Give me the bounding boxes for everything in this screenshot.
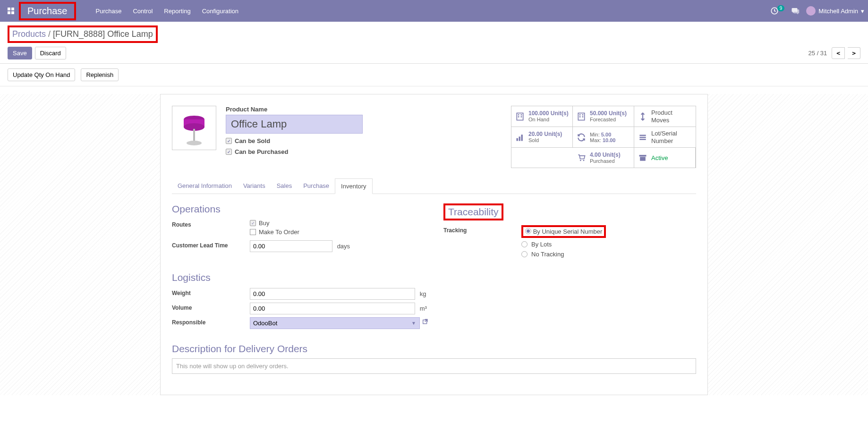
responsible-input[interactable] — [250, 317, 420, 329]
volume-input[interactable] — [250, 303, 415, 314]
can-be-purchased-label: Can be Purchased — [235, 148, 288, 155]
lead-time-label: Customer Lead Time — [172, 240, 250, 249]
svg-rect-21 — [519, 136, 520, 141]
stat-reorder-text: Min: 5.00 Max: 10.00 — [590, 132, 615, 143]
svg-rect-20 — [517, 138, 518, 141]
module-brand[interactable]: Purchase — [19, 2, 76, 20]
volume-unit: m³ — [420, 305, 427, 312]
weight-unit: kg — [420, 290, 426, 297]
stat-moves-button[interactable]: Product Moves — [634, 106, 696, 127]
weight-input[interactable] — [250, 288, 415, 300]
svg-rect-8 — [193, 129, 195, 141]
tracking-none-radio[interactable] — [521, 251, 528, 257]
stat-active-button[interactable]: Active — [634, 148, 696, 168]
breadcrumb-root[interactable]: Products — [12, 29, 46, 39]
stat-reorder-button[interactable]: Min: 5.00 Max: 10.00 — [573, 127, 634, 148]
svg-rect-22 — [521, 135, 523, 141]
tab-sales[interactable]: Sales — [271, 178, 298, 194]
archive-icon — [638, 153, 647, 162]
can-be-purchased-checkbox[interactable]: ✓ — [226, 149, 232, 155]
stat-sold-button[interactable]: 20.00 Unit(s)Sold — [511, 127, 573, 148]
building-icon — [515, 112, 525, 121]
tracking-label: Tracking — [443, 225, 521, 234]
bars-icon — [638, 133, 647, 142]
form-area: Product Name ✓ Can be Sold ✓ Can be Purc… — [0, 94, 868, 395]
external-link-icon[interactable] — [422, 319, 429, 328]
messages-icon[interactable] — [791, 7, 800, 15]
stat-onhand-button[interactable]: 100.000 Unit(s)On Hand — [511, 106, 573, 127]
can-be-sold-checkbox[interactable]: ✓ — [226, 138, 232, 144]
menu-configuration[interactable]: Configuration — [196, 8, 244, 15]
svg-rect-11 — [518, 114, 519, 116]
stat-forecast-button[interactable]: 50.000 Unit(s)Forecasted — [573, 106, 634, 127]
tracking-none-label: No Tracking — [531, 251, 564, 258]
svg-rect-12 — [521, 114, 522, 116]
svg-rect-3 — [11, 11, 14, 14]
save-button[interactable]: Save — [8, 47, 32, 59]
menu-purchase[interactable]: Purchase — [90, 8, 128, 15]
tracking-serial-label: By Unique Serial Number — [533, 228, 603, 235]
stat-active-label: Active — [651, 154, 668, 162]
action-button-bar: Update Qty On Hand Replenish — [0, 64, 868, 86]
route-mto-checkbox[interactable] — [250, 229, 256, 235]
svg-rect-15 — [578, 113, 584, 120]
arrows-v-icon — [638, 112, 647, 121]
stat-forecast-value: 50.000 Unit(s) — [590, 110, 627, 117]
breadcrumb: Products / [FURN_8888] Office Lamp — [8, 25, 158, 43]
pager-text[interactable]: 25 / 31 — [808, 50, 827, 57]
building-icon — [577, 112, 586, 121]
stat-lot-label: Lot/Serial Number — [651, 130, 692, 144]
tab-purchase[interactable]: Purchase — [298, 178, 335, 194]
main-menu: Purchase Control Reporting Configuration — [90, 8, 245, 15]
responsible-label: Responsible — [172, 317, 250, 326]
update-qty-button[interactable]: Update Qty On Hand — [8, 68, 75, 81]
operations-heading: Operations — [172, 203, 425, 215]
activities-badge: 9 — [777, 5, 785, 11]
replenish-button[interactable]: Replenish — [81, 68, 119, 81]
stat-buttons: 100.000 Unit(s)On Hand 50.000 Unit(s)For… — [511, 106, 696, 168]
user-menu[interactable]: Mitchell Admin ▾ — [806, 6, 864, 16]
svg-rect-17 — [582, 114, 584, 116]
caret-down-icon: ▾ — [861, 8, 864, 15]
control-panel: Products / [FURN_8888] Office Lamp Save … — [0, 22, 868, 64]
product-name-input[interactable] — [226, 115, 363, 134]
stat-sold-label: Sold — [528, 137, 562, 144]
pager-next-button[interactable]: > — [848, 47, 860, 59]
stat-sold-value: 20.00 Unit(s) — [528, 131, 562, 137]
stat-purchased-label: Purchased — [590, 158, 621, 164]
delivery-desc-textarea[interactable]: This note will show up on delivery order… — [172, 358, 696, 374]
svg-rect-10 — [517, 113, 523, 120]
tab-inventory[interactable]: Inventory — [335, 178, 372, 194]
apps-menu-button[interactable] — [4, 4, 18, 18]
stat-onhand-value: 100.000 Unit(s) — [528, 110, 569, 117]
stat-purchased-value: 4.00 Unit(s) — [590, 152, 621, 158]
stat-moves-label: Product Moves — [651, 109, 692, 124]
discard-button[interactable]: Discard — [35, 47, 66, 59]
stat-onhand-label: On Hand — [528, 117, 569, 123]
stat-lot-button[interactable]: Lot/Serial Number — [634, 127, 696, 148]
tracking-lots-radio[interactable] — [521, 241, 528, 247]
traceability-heading: Traceability — [443, 203, 503, 220]
product-tabs: General Information Variants Sales Purch… — [172, 178, 696, 194]
tab-general-information[interactable]: General Information — [172, 178, 238, 194]
logistics-heading: Logistics — [172, 272, 429, 283]
lead-time-unit: days — [337, 243, 350, 250]
lead-time-input[interactable] — [250, 240, 332, 252]
menu-reporting[interactable]: Reporting — [158, 8, 196, 15]
tracking-serial-radio[interactable] — [525, 228, 531, 234]
product-image[interactable] — [172, 106, 216, 150]
svg-rect-0 — [8, 8, 10, 10]
pager-prev-button[interactable]: < — [832, 47, 845, 59]
route-mto-label: Make To Order — [259, 228, 299, 236]
route-buy-checkbox[interactable]: ✓ — [250, 220, 256, 226]
breadcrumb-sep: / — [48, 29, 51, 39]
tab-variants[interactable]: Variants — [238, 178, 271, 194]
activities-icon[interactable]: 9 — [770, 7, 785, 15]
menu-control[interactable]: Control — [127, 8, 158, 15]
stat-purchased-button[interactable]: 4.00 Unit(s)Purchased — [573, 148, 634, 168]
svg-rect-26 — [640, 157, 646, 161]
weight-label: Weight — [172, 288, 250, 296]
chart-icon — [515, 133, 525, 142]
stat-forecast-label: Forecasted — [590, 117, 627, 123]
svg-point-9 — [187, 141, 202, 145]
